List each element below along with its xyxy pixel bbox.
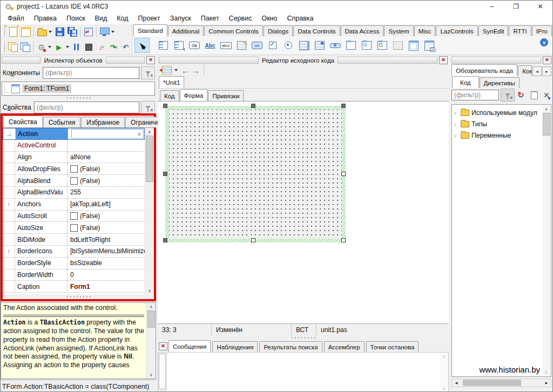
- palette-tab-additional[interactable]: Additional: [168, 25, 204, 36]
- explorer-tabs-scroll-right[interactable]: ►: [542, 66, 551, 76]
- resize-handle-bottom-left[interactable]: [163, 238, 167, 242]
- step-over-button[interactable]: ↷≡: [107, 41, 120, 53]
- scroll-down-icon[interactable]: ∨: [147, 371, 156, 379]
- property-row-alphablend[interactable]: AlphaBlend (False): [3, 175, 145, 187]
- scroll-right-icon[interactable]: ►: [542, 381, 551, 386]
- cursor-tool[interactable]: [134, 38, 150, 53]
- open-dropdown[interactable]: [49, 31, 52, 33]
- form-designer[interactable]: [158, 101, 449, 323]
- tab-unit1[interactable]: *Unit1: [159, 76, 184, 88]
- jump-to-icon[interactable]: [162, 66, 172, 75]
- resize-handle-mid-left[interactable]: [163, 172, 167, 176]
- help-scrollbar[interactable]: ∧ ∨: [146, 303, 156, 379]
- tab-events[interactable]: События: [43, 117, 81, 127]
- run-button[interactable]: ▶: [53, 41, 65, 53]
- expand-chevron-icon[interactable]: ›: [3, 199, 15, 210]
- pause-button[interactable]: [71, 41, 83, 53]
- messages-close-icon[interactable]: ✕: [159, 342, 167, 350]
- menu-edit[interactable]: Правка: [29, 13, 62, 23]
- expand-chevron-icon[interactable]: ›: [3, 246, 15, 257]
- tree-item-variables[interactable]: › Переменные: [452, 130, 551, 141]
- tab-anchors[interactable]: Привязки: [208, 90, 244, 101]
- form1-design-surface[interactable]: [169, 110, 342, 239]
- tab-form[interactable]: Форма: [180, 89, 208, 101]
- tab-components[interactable]: Комп: [518, 65, 532, 76]
- property-row-bordericons[interactable]: › BorderIcons [biSystemMenu,biMinimize,b: [3, 246, 145, 258]
- explorer-header[interactable]: ✕: [450, 56, 552, 64]
- tab-explorer-code[interactable]: Код: [452, 76, 479, 88]
- dock-grabber[interactable]: [451, 57, 541, 64]
- tcombobox-icon[interactable]: [312, 38, 327, 53]
- tmemo-icon[interactable]: [234, 38, 249, 53]
- menu-view[interactable]: Вид: [90, 13, 112, 23]
- tpanel-icon[interactable]: [390, 38, 406, 53]
- scroll-up-icon[interactable]: ∧: [147, 303, 156, 310]
- tcheckgroup-icon[interactable]: [375, 38, 390, 53]
- restore-button[interactable]: ❐: [504, 1, 528, 12]
- dock-grabber[interactable]: [106, 57, 145, 64]
- view-forms-button[interactable]: [19, 41, 32, 53]
- code-options-icon[interactable]: [529, 90, 539, 100]
- scroll-up-icon[interactable]: ∧: [440, 353, 448, 360]
- tlistbox-icon[interactable]: [296, 38, 312, 53]
- property-row-activecontrol[interactable]: ActiveControl: [3, 140, 145, 152]
- step-out-button[interactable]: ↶: [119, 41, 132, 53]
- scrollbar-thumb[interactable]: [147, 310, 155, 328]
- scrollbar-thumb[interactable]: [159, 354, 166, 389]
- view-windows-button[interactable]: [98, 26, 111, 38]
- property-row-bidimode[interactable]: BiDiMode bdLeftToRight: [3, 234, 145, 246]
- scroll-up-icon[interactable]: ∧: [542, 105, 550, 113]
- chevron-right-icon[interactable]: ›: [454, 110, 458, 116]
- resize-handle-top-right[interactable]: [341, 104, 346, 108]
- build-button[interactable]: ⚙: [35, 41, 48, 53]
- combo-chevron-icon[interactable]: ∨: [137, 131, 141, 137]
- scroll-down-icon[interactable]: ∨: [542, 368, 550, 376]
- editor-close-icon[interactable]: ✕: [439, 56, 448, 64]
- tgroupbox-icon[interactable]: [343, 38, 359, 53]
- menu-code[interactable]: Код: [112, 13, 133, 23]
- tactionlist-icon[interactable]: Ok: [422, 38, 437, 53]
- palette-tab-data-access[interactable]: Data Access: [341, 25, 384, 36]
- toggle-form-unit-button[interactable]: ⇄: [82, 26, 95, 38]
- palette-tab-common-controls[interactable]: Common Controls: [204, 25, 263, 36]
- palette-tab-standard[interactable]: Standard: [133, 24, 167, 36]
- component-node-form1[interactable]: Form1: TForm1: [22, 84, 71, 93]
- scrollbar-thumb[interactable]: [146, 136, 153, 182]
- save-button[interactable]: [53, 26, 66, 38]
- toolbar-grabber[interactable]: [2, 42, 5, 52]
- menu-search[interactable]: Поиск: [62, 13, 90, 23]
- tlabel-icon[interactable]: Abc: [203, 38, 218, 53]
- scroll-down-icon[interactable]: ∨: [440, 384, 448, 392]
- chevron-right-icon[interactable]: ›: [454, 121, 458, 127]
- build-dropdown[interactable]: [48, 46, 51, 48]
- explorer-filter-clear-button[interactable]: x: [501, 89, 515, 102]
- palette-tab-dialogs[interactable]: Dialogs: [264, 25, 293, 36]
- scrollbar-thumb[interactable]: [463, 380, 521, 386]
- tab-properties[interactable]: Свойства: [3, 116, 43, 127]
- tab-code-explorer[interactable]: Обозреватель кода: [451, 64, 517, 76]
- view-windows-dropdown[interactable]: [111, 31, 114, 33]
- palette-tab-system[interactable]: System: [384, 25, 413, 36]
- tab-search-results[interactable]: Результаты поиска: [259, 341, 322, 352]
- tmainmenu-icon[interactable]: [156, 38, 171, 53]
- tab-directives[interactable]: Директивы: [480, 77, 520, 88]
- tscrollbar-icon[interactable]: [328, 38, 343, 53]
- step-into-button[interactable]: ↓≡: [95, 41, 107, 53]
- property-row-allowdropfiles[interactable]: AllowDropFiles (False): [3, 163, 145, 175]
- menu-tools[interactable]: Сервис: [224, 13, 257, 23]
- action-value-combo[interactable]: ∨: [71, 129, 144, 139]
- explorer-tabs-scroll-left[interactable]: ◄: [532, 66, 542, 76]
- tree-item-types[interactable]: › Типы: [452, 118, 551, 130]
- property-row-autosize[interactable]: AutoSize (False): [3, 222, 145, 234]
- minimize-button[interactable]: –: [480, 1, 504, 12]
- save-all-button[interactable]: [66, 26, 78, 38]
- checkbox-unchecked-icon[interactable]: [70, 165, 78, 173]
- open-button[interactable]: [36, 26, 48, 38]
- resize-handle-top-mid[interactable]: [251, 104, 255, 108]
- property-row-align[interactable]: Align alNone: [3, 152, 145, 164]
- resize-handle-top-left[interactable]: [163, 104, 167, 108]
- explorer-close-icon[interactable]: ✕: [543, 56, 551, 64]
- messages-right-scrollbar[interactable]: ∧ ∨: [440, 353, 448, 392]
- editor-header[interactable]: Редактор исходного кода ✕: [158, 56, 449, 64]
- property-row-borderstyle[interactable]: BorderStyle bsSizeable: [3, 258, 145, 269]
